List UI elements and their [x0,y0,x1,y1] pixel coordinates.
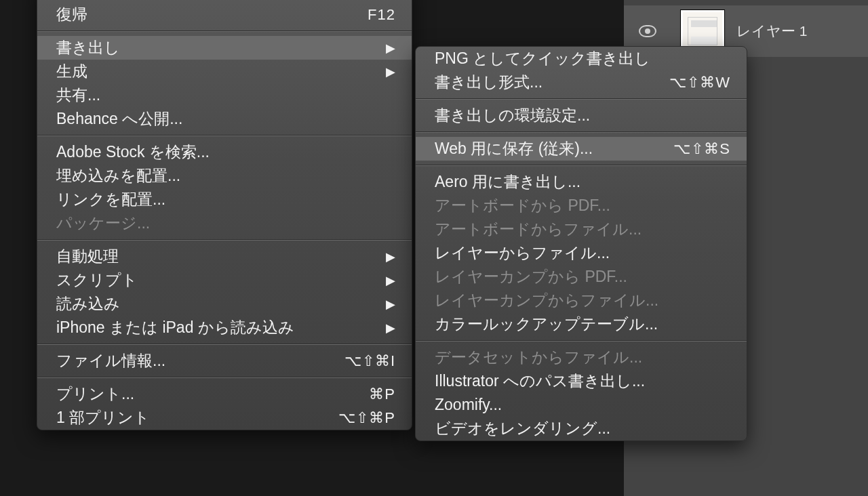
menu-separator [37,30,412,32]
menu-artboards-files: アートボードからファイル... [416,218,747,241]
menu-separator [416,98,747,100]
menu-item-label: ビデオをレンダリング... [435,421,730,436]
menu-item-label: 書き出しの環境設定... [435,108,730,123]
menu-item-shortcut: F12 [368,7,395,22]
menu-item-label: アートボードからファイル... [435,222,730,237]
menu-item-shortcut: ⌥⇧⌘W [669,75,730,90]
menu-automate[interactable]: 自動処理 ▶ [37,245,412,268]
menu-item-label: Behance へ公開... [56,111,395,127]
menu-quick-png[interactable]: PNG としてクイック書き出し [416,47,747,70]
menu-item-label: プリント... [56,386,369,402]
menu-layercomps-files: レイヤーカンプからファイル... [416,289,747,312]
menu-layercomps-pdf: レイヤーカンプから PDF... [416,265,747,289]
menu-item-label: カラールックアップテーブル... [435,316,730,332]
menu-item-label: 生成 [56,64,376,79]
menu-item-shortcut: ⌥⇧⌘I [344,354,395,369]
menu-item-label: スクリプト [56,272,376,288]
chevron-right-icon: ▶ [376,66,395,78]
menu-item-label: Illustrator へのパス書き出し... [435,373,730,389]
menu-item-label: Adobe Stock を検索... [56,144,395,160]
menu-export-prefs[interactable]: 書き出しの環境設定... [416,104,747,127]
chevron-right-icon: ▶ [376,274,395,287]
menu-item-shortcut: ⌥⇧⌘P [338,411,395,426]
menu-layers-files[interactable]: レイヤーからファイル... [416,241,747,265]
menu-file-info[interactable]: ファイル情報... ⌥⇧⌘I [37,349,412,373]
menu-place-linked[interactable]: リンクを配置... [37,188,412,211]
chevron-right-icon: ▶ [376,298,395,310]
menu-item-label: ファイル情報... [56,353,344,369]
chevron-right-icon: ▶ [376,42,395,54]
menu-item-label: 共有... [56,87,395,103]
menu-generate[interactable]: 生成 ▶ [37,60,412,83]
menu-item-label: レイヤーカンプから PDF... [435,269,730,285]
menu-illustrator-paths[interactable]: Illustrator へのパス書き出し... [416,369,747,393]
menu-separator [37,135,412,136]
menu-item-label: アートボードから PDF... [435,198,730,213]
menu-behance[interactable]: Behance へ公開... [37,107,412,131]
menu-item-label: PNG としてクイック書き出し [435,51,730,66]
menu-place-embedded[interactable]: 埋め込みを配置... [37,164,412,188]
menu-separator [37,239,412,241]
menu-separator [37,377,412,378]
menu-print-one[interactable]: 1 部プリント ⌥⇧⌘P [37,406,412,430]
menu-artboards-pdf: アートボードから PDF... [416,194,747,218]
menu-separator [416,165,747,166]
menu-item-label: パッケージ... [56,215,395,231]
menu-share[interactable]: 共有... [37,83,412,107]
chevron-right-icon: ▶ [376,251,395,263]
menu-item-shortcut: ⌘P [369,387,395,402]
menu-iphone-ipad[interactable]: iPhone または iPad から読み込み ▶ [37,316,412,339]
menu-item-label: 埋め込みを配置... [56,168,395,184]
menu-revert[interactable]: 復帰 F12 [37,3,412,26]
menu-item-label: 読み込み [56,296,376,312]
menu-item-label: Aero 用に書き出し... [435,174,730,190]
menu-item-label: 自動処理 [56,249,376,264]
menu-item-label: iPhone または iPad から読み込み [56,320,376,335]
menu-item-label: 復帰 [56,7,368,22]
menu-scripts[interactable]: スクリプト ▶ [37,268,412,292]
menu-datasets: データセットからファイル... [416,346,747,369]
menu-import[interactable]: 読み込み ▶ [37,292,412,316]
menu-item-label: 書き出し形式... [435,75,669,90]
menu-item-label: Web 用に保存 (従来)... [435,141,673,157]
menu-export-as[interactable]: 書き出し形式... ⌥⇧⌘W [416,70,747,94]
menu-item-label: レイヤーからファイル... [435,245,730,261]
menu-export[interactable]: 書き出し ▶ [37,36,412,60]
menu-item-label: リンクを配置... [56,192,395,207]
menu-package: パッケージ... [37,211,412,235]
menu-item-label: Zoomify... [435,397,730,413]
menu-print[interactable]: プリント... ⌘P [37,382,412,406]
file-menu: 別名で保存... ⇧⌘S 復帰 F12 書き出し ▶ 生成 ▶ 共有... Be… [37,0,412,430]
layer-label: レイヤー 1 [736,22,808,41]
menu-render-video[interactable]: ビデオをレンダリング... [416,417,747,440]
menu-item-label: レイヤーカンプからファイル... [435,293,730,308]
layer-thumbnail-contents [688,18,717,45]
menu-aero[interactable]: Aero 用に書き出し... [416,170,747,194]
export-submenu: PNG としてクイック書き出し 書き出し形式... ⌥⇧⌘W 書き出しの環境設定… [415,46,747,441]
chevron-right-icon: ▶ [376,322,395,334]
menu-item-label: データセットからファイル... [435,350,730,365]
menu-adobe-stock[interactable]: Adobe Stock を検索... [37,140,412,164]
menu-item-label: 1 部プリント [56,410,338,426]
menu-item-label: 書き出し [56,40,376,56]
menu-item-shortcut: ⌥⇧⌘S [673,142,730,157]
menu-separator [416,340,747,342]
menu-separator [416,131,747,133]
menu-color-lookup[interactable]: カラールックアップテーブル... [416,312,747,336]
menu-separator [37,344,412,345]
eye-icon[interactable] [639,25,656,37]
menu-save-for-web[interactable]: Web 用に保存 (従来)... ⌥⇧⌘S [416,137,747,161]
menu-zoomify[interactable]: Zoomify... [416,393,747,417]
